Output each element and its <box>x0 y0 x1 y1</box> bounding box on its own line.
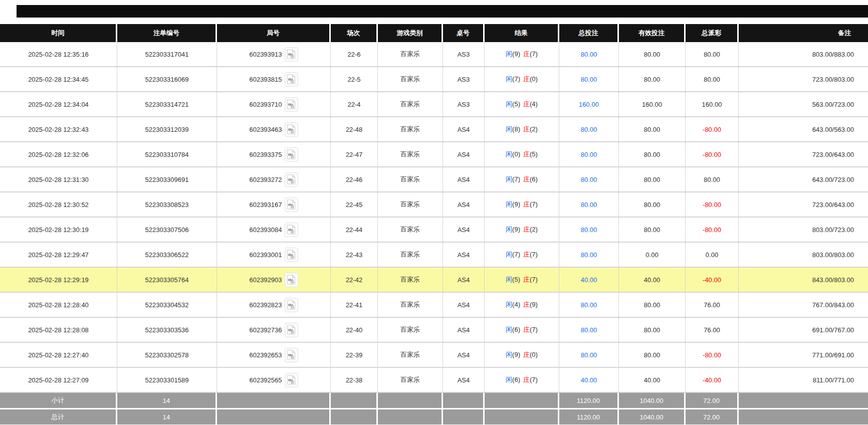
result-banker-value: (2) <box>530 125 538 133</box>
table-row[interactable]: 2025-02-28 12:29:19 522303305764 6023929… <box>0 268 868 293</box>
result-player-value: (7) <box>512 75 520 83</box>
cell-time: 2025-02-28 12:35:16 <box>0 42 117 67</box>
cell-valid-bet: 80.00 <box>619 117 686 142</box>
cell-remark: 843.00/803.00 <box>739 268 868 293</box>
result-banker-value: (7) <box>530 200 538 208</box>
cell-session: 22-40 <box>331 318 378 343</box>
column-header-total_bet: 总投注 <box>559 24 619 42</box>
video-replay-button[interactable] <box>285 197 298 212</box>
cell-round-id: 602393463 <box>249 126 282 133</box>
table-row[interactable]: 2025-02-28 12:35:16 522303317041 6023939… <box>0 42 868 67</box>
cell-bet-id: 522303310784 <box>117 142 217 167</box>
result-player-value: (9) <box>512 226 520 233</box>
round-cell: 602392653 <box>217 343 330 367</box>
cell-total-bet[interactable]: 80.00 <box>581 251 597 259</box>
cell-table-no: AS4 <box>443 243 485 268</box>
cell-bet-id: 522303309691 <box>117 167 217 192</box>
video-replay-button[interactable] <box>285 298 298 312</box>
video-replay-button[interactable] <box>285 273 298 287</box>
page: 时间注单编号局号场次游戏类别桌号结果总投注有效投注总派彩备注 2025-02-2… <box>0 5 868 425</box>
round-cell: 602392903 <box>217 268 330 292</box>
video-replay-button[interactable] <box>285 122 298 137</box>
cell-bet-id: 522303302578 <box>117 343 217 368</box>
cell-total-bet[interactable]: 80.00 <box>581 76 597 83</box>
table-row[interactable]: 2025-02-28 12:34:04 522303314721 6023937… <box>0 92 868 117</box>
video-file-icon <box>287 350 296 360</box>
cell-total-bet[interactable]: 80.00 <box>581 176 597 183</box>
cell-total-bet[interactable]: 80.00 <box>581 351 597 359</box>
column-header-game_type: 游戏类别 <box>378 24 443 42</box>
video-replay-button[interactable] <box>285 72 298 87</box>
table-row[interactable]: 2025-02-28 12:31:30 522303309691 6023932… <box>0 167 868 192</box>
round-cell: 602393913 <box>217 42 330 66</box>
result-banker-label: 庄 <box>523 50 530 58</box>
video-replay-button[interactable] <box>285 323 298 337</box>
cell-payout: -40.00 <box>686 268 739 293</box>
table-row[interactable]: 2025-02-28 12:29:47 522303306522 6023930… <box>0 243 868 268</box>
cell-session: 22-42 <box>331 268 378 293</box>
table-row[interactable]: 2025-02-28 12:30:52 522303308523 6023931… <box>0 192 868 218</box>
summary-empty-cell <box>378 409 443 425</box>
summary-row-total: 总计141120.001040.0072.00 <box>0 409 868 425</box>
result-player-label: 闲 <box>506 50 512 58</box>
table-row[interactable]: 2025-02-28 12:34:45 522303316069 6023938… <box>0 67 868 92</box>
video-replay-button[interactable] <box>285 97 298 112</box>
video-replay-button[interactable] <box>285 223 298 237</box>
result-banker-label: 庄 <box>523 326 530 333</box>
cell-payout: -80.00 <box>686 192 739 218</box>
cell-session: 22-43 <box>331 243 378 268</box>
cell-total-bet[interactable]: 80.00 <box>581 201 597 208</box>
cell-game-type: 百家乐 <box>378 218 443 243</box>
table-row[interactable]: 2025-02-28 12:32:43 522303312039 6023934… <box>0 117 868 142</box>
table-row[interactable]: 2025-02-28 12:30:19 522303307506 6023930… <box>0 218 868 243</box>
cell-table-no: AS4 <box>443 117 485 142</box>
summary-empty-cell <box>443 409 485 425</box>
result-player-value: (9) <box>512 50 520 58</box>
cell-round-id: 602393001 <box>249 251 282 259</box>
video-replay-button[interactable] <box>285 248 298 262</box>
cell-payout: 160.00 <box>686 92 739 117</box>
video-replay-button[interactable] <box>285 147 298 162</box>
cell-round-id: 602393272 <box>249 176 282 183</box>
video-replay-button[interactable] <box>285 172 298 187</box>
cell-total-bet[interactable]: 40.00 <box>581 376 597 384</box>
cell-total-bet[interactable]: 80.00 <box>581 301 597 309</box>
result-banker-label: 庄 <box>523 125 530 133</box>
cell-time: 2025-02-28 12:31:30 <box>0 167 117 192</box>
table-row[interactable]: 2025-02-28 12:27:09 522303301589 6023925… <box>0 368 868 393</box>
cell-time: 2025-02-28 12:27:40 <box>0 343 117 368</box>
table-row[interactable]: 2025-02-28 12:28:08 522303303536 6023927… <box>0 318 868 343</box>
cell-total-bet[interactable]: 40.00 <box>581 276 597 284</box>
result-player-value: (7) <box>512 251 520 258</box>
result-banker-label: 庄 <box>523 175 530 183</box>
cell-total-bet[interactable]: 80.00 <box>581 126 597 133</box>
video-replay-button[interactable] <box>285 373 298 387</box>
summary-count: 14 <box>117 409 217 425</box>
cell-total-bet[interactable]: 80.00 <box>581 326 597 334</box>
result-banker-label: 庄 <box>523 226 530 233</box>
cell-total-bet[interactable]: 160.00 <box>579 101 599 108</box>
cell-bet-id: 522303317041 <box>117 42 217 67</box>
round-cell: 602393463 <box>217 117 330 141</box>
cell-total-bet[interactable]: 80.00 <box>581 51 597 58</box>
cell-total-bet[interactable]: 80.00 <box>581 151 597 158</box>
result-player-label: 闲 <box>506 301 512 308</box>
cell-bet-id: 522303306522 <box>117 243 217 268</box>
result-player-label: 闲 <box>506 276 512 283</box>
cell-total-bet[interactable]: 80.00 <box>581 226 597 234</box>
cell-valid-bet: 80.00 <box>619 142 686 167</box>
cell-time: 2025-02-28 12:30:52 <box>0 192 117 218</box>
cell-remark: 803.00/803.00 <box>739 243 868 268</box>
table-row[interactable]: 2025-02-28 12:27:40 522303302578 6023926… <box>0 343 868 368</box>
round-cell: 602393815 <box>217 67 330 91</box>
cell-round-id: 602393815 <box>249 76 282 83</box>
cell-result: 闲(7)庄(0) <box>485 67 559 92</box>
video-replay-button[interactable] <box>285 348 298 362</box>
table-row[interactable]: 2025-02-28 12:28:40 522303304532 6023928… <box>0 293 868 318</box>
cell-session: 22-39 <box>331 343 378 368</box>
column-header-bet_id: 注单编号 <box>117 24 217 42</box>
result-banker-value: (7) <box>530 276 538 283</box>
video-replay-button[interactable] <box>285 47 298 62</box>
summary-empty-cell <box>331 393 378 409</box>
table-row[interactable]: 2025-02-28 12:32:06 522303310784 6023933… <box>0 142 868 167</box>
